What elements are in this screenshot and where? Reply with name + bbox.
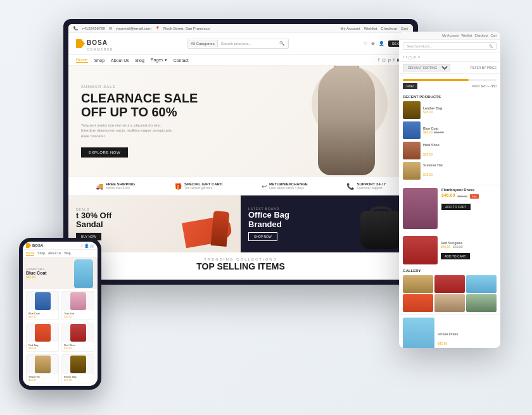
- promo-shoe-title: t 30% OffSandal: [76, 211, 111, 230]
- sorting-select[interactable]: DEFAULT SORTING: [403, 64, 450, 71]
- phone-icon: 📞: [73, 26, 78, 30]
- sidebar-checkout[interactable]: Checkout: [474, 34, 488, 37]
- nav-contact[interactable]: Contact: [174, 58, 189, 63]
- sidebar-mockup: My Account Wishlist Checkout Cart Search…: [399, 32, 500, 348]
- price-filter-bar[interactable]: [403, 79, 497, 81]
- sb-twitter[interactable]: t: [406, 55, 407, 59]
- mobile-nav-shop[interactable]: Shop: [37, 251, 45, 256]
- cart-link[interactable]: Cart: [401, 27, 408, 30]
- sidebar-search-placeholder[interactable]: Search products...: [407, 44, 433, 48]
- main-nav: Home Shop About Us Blog Pages ▾ Contact …: [68, 55, 413, 66]
- pinterest-icon[interactable]: p: [388, 58, 391, 63]
- mobile-top-bar: BOSA ♡ 👤 🛒: [23, 242, 98, 250]
- filter-button[interactable]: Filter: [403, 83, 417, 89]
- mobile-nav-blog[interactable]: Blog: [65, 251, 71, 256]
- logo-area: BOSA COMMERCE: [76, 36, 113, 51]
- hero-section: SUMMER SALE CLEARNACE SALE OFF UP TO 60%…: [68, 66, 413, 177]
- price-filter-fill: [403, 79, 469, 81]
- floral-dress-thumb[interactable]: [403, 188, 438, 229]
- mobile-red-bag-price: $38.00: [28, 347, 56, 350]
- mobile-red-shoe-price: $32.00: [64, 347, 92, 350]
- category-select[interactable]: All Categories: [188, 40, 217, 47]
- nav-about[interactable]: About Us: [111, 58, 129, 63]
- nav-pages[interactable]: Pages ▾: [151, 58, 167, 63]
- nav-blog[interactable]: Blog: [136, 58, 144, 63]
- recent-products-title: RECENT PRODUCTS: [403, 95, 497, 99]
- gallery-thumb-4[interactable]: [403, 294, 433, 312]
- product-summer-hat: Summer Hat $18.00: [403, 162, 497, 180]
- mobile-product-blue-coat[interactable]: Blue Coat $40.00: [26, 291, 59, 320]
- heel-name: Heel Shoe: [423, 143, 440, 147]
- blue-coat-old-price: $60.00: [434, 130, 443, 134]
- shop-product-floral: Flamboyant Dress $46.00 $60.00 Sale ADD …: [399, 185, 500, 234]
- mobile-nav-icons: ♡ 👤 🛒: [80, 244, 94, 248]
- gallery-thumb-1[interactable]: [403, 275, 433, 293]
- blue-coat-thumb[interactable]: [403, 121, 421, 139]
- mobile-product-extra-2[interactable]: Brown Bag $23.00: [61, 354, 94, 383]
- gift-icon: 🎁: [174, 183, 182, 190]
- mobile-cart-icon[interactable]: 🛒: [90, 244, 94, 248]
- gallery-thumb-6[interactable]: [466, 294, 497, 312]
- mobile-product-extra-1[interactable]: Straw Hat $18.00: [26, 354, 59, 383]
- sb-facebook[interactable]: f: [403, 55, 404, 59]
- hero-content: SUMMER SALE CLEARNACE SALE OFF UP TO 60%…: [81, 85, 400, 158]
- mobile-product-row-2: Red Bag $38.00 Red Shoe $32.00: [26, 323, 94, 352]
- top-bar: 📞 +4123456789 ✉ yourmail@email.com 📍 Roc…: [68, 24, 413, 33]
- sidebar-social: f t ◻ p ≡: [399, 53, 500, 62]
- mobile-nav-about[interactable]: About Us: [48, 251, 61, 256]
- trending-title: TOP SELLING ITEMS: [73, 261, 408, 271]
- summer-hat-thumb[interactable]: [403, 162, 421, 180]
- heart-icon[interactable]: ♡: [364, 41, 367, 46]
- mobile-hero-price: $40.00: [26, 275, 69, 279]
- leather-bag-thumb[interactable]: [403, 101, 421, 119]
- sunglasses-price: $45.00: [441, 245, 450, 249]
- instagram-icon[interactable]: ◻: [382, 58, 386, 63]
- mobile-product-tray-suit[interactable]: Tray Suit $26.00: [61, 291, 94, 320]
- checkout-link[interactable]: Checkout: [381, 27, 396, 30]
- hero-cta-button[interactable]: EXPLORE NOW: [81, 147, 128, 158]
- sidebar-search-icon[interactable]: 🔍: [489, 44, 493, 48]
- heel-thumb[interactable]: [403, 142, 421, 159]
- compare-icon[interactable]: ⊕: [371, 41, 375, 46]
- sidebar-wishlist[interactable]: Wishlist: [461, 34, 472, 37]
- vicose-dress-thumb[interactable]: [403, 318, 434, 348]
- sb-instagram[interactable]: ◻: [408, 55, 412, 59]
- facebook-icon[interactable]: f: [378, 58, 379, 63]
- search-input[interactable]: Search products...: [218, 40, 277, 47]
- mobile-blue-coat-price: $40.00: [28, 315, 56, 318]
- sb-pinterest[interactable]: p: [414, 55, 415, 59]
- mobile-nav-home[interactable]: Home: [26, 251, 34, 256]
- user-icon[interactable]: 👤: [379, 41, 384, 46]
- sidebar-account[interactable]: My Account: [442, 34, 459, 37]
- search-button[interactable]: 🔍: [276, 39, 288, 48]
- promo-bag-btn[interactable]: SHOP NOW: [248, 232, 277, 241]
- mobile-extra1-price: $18.00: [28, 378, 56, 381]
- sunglasses-add-to-cart[interactable]: ADD TO CART: [441, 253, 470, 259]
- mobile-product-red-shoe[interactable]: Red Shoe $32.00: [61, 323, 94, 352]
- gallery-thumb-5[interactable]: [434, 294, 465, 312]
- gallery-thumb-3[interactable]: [466, 275, 497, 293]
- return-icon: ↩: [262, 183, 267, 190]
- gallery-thumb-2[interactable]: [434, 275, 465, 293]
- logo-name[interactable]: BOSA: [87, 39, 108, 46]
- sb-menu[interactable]: ≡: [418, 55, 421, 59]
- nav-shop[interactable]: Shop: [94, 58, 104, 63]
- twitter-icon[interactable]: t: [393, 58, 395, 63]
- nav-home[interactable]: Home: [76, 58, 88, 63]
- sidebar-cart[interactable]: Cart: [491, 34, 497, 37]
- mobile-product-red-bag[interactable]: Red Bag $38.00: [26, 323, 59, 352]
- summer-hat-price: $18.00: [423, 173, 433, 177]
- floral-add-to-cart[interactable]: ADD TO CART: [441, 204, 471, 210]
- search-bar: All Categories Search products... 🔍: [187, 39, 289, 49]
- mobile-user-icon[interactable]: 👤: [84, 244, 89, 248]
- blue-coat-price: $40.00: [423, 130, 433, 134]
- hero-tag: SUMMER SALE: [81, 85, 400, 89]
- account-link[interactable]: My Account: [341, 27, 360, 30]
- sunglasses-thumb[interactable]: [403, 236, 438, 264]
- promo-bag-title: Office BagBranded: [248, 211, 289, 229]
- email-icon: ✉: [109, 26, 112, 30]
- heel-price: $34.00: [423, 152, 433, 156]
- mobile-heart-icon[interactable]: ♡: [80, 244, 84, 248]
- wishlist-link[interactable]: Wishlist: [364, 27, 377, 30]
- return-desc: Free return within 3 days: [269, 186, 308, 190]
